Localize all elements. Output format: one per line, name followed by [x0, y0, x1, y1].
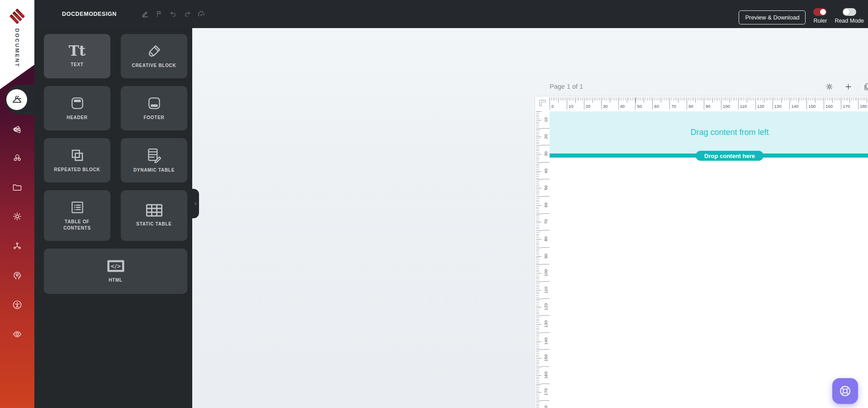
- gear-icon: [12, 211, 23, 222]
- read-mode-toggle[interactable]: [843, 8, 856, 16]
- head-bulb-icon: [12, 270, 23, 281]
- h-ruler-number: 60: [652, 103, 669, 110]
- ruler-toggle-group: Ruler: [813, 8, 827, 24]
- toc-icon: [70, 200, 85, 215]
- h-ruler-number: 30: [601, 103, 618, 110]
- chevron-left-icon: [193, 201, 199, 206]
- v-ruler-number: 90: [541, 248, 550, 265]
- v-ruler-number: 170: [541, 384, 550, 401]
- canvas-area: Page 1 of 1 0102030405060708090100110120…: [192, 28, 868, 408]
- h-ruler-number: 50: [635, 103, 652, 110]
- help-fab-button[interactable]: [832, 378, 858, 404]
- v-ruler-numbers: 1020304050607080901001101201301401501601…: [541, 111, 550, 408]
- sidebar-item-smart-content[interactable]: [12, 270, 23, 281]
- palette-card-table-of-contents[interactable]: TABLE OF CONTENTS: [44, 190, 110, 241]
- drag-hint-text: Drag content from left: [690, 128, 768, 137]
- v-ruler-number: 130: [541, 316, 550, 333]
- app-logo-icon[interactable]: [9, 8, 26, 25]
- ruler-toggle-label: Ruler: [813, 18, 827, 24]
- document-title: DOCDEMODESIGN: [62, 11, 117, 17]
- v-ruler-number: 160: [541, 367, 550, 384]
- h-ruler-number: 110: [738, 103, 755, 110]
- v-ruler-major-ticks: [536, 111, 541, 408]
- sidebar-item-styles[interactable]: [12, 123, 23, 134]
- h-ruler-number: 150: [806, 103, 824, 110]
- palette-card-footer[interactable]: FOOTER: [121, 86, 187, 130]
- document-page[interactable]: Drag content from left Drop content here: [550, 110, 868, 408]
- ruler-toggle[interactable]: [813, 8, 827, 16]
- swatches-icon: [12, 123, 23, 134]
- h-ruler-number: 90: [704, 103, 721, 110]
- page-toolbar: [825, 82, 868, 91]
- edit-title-icon[interactable]: [141, 10, 149, 18]
- palette-card-label: FOOTER: [144, 115, 165, 121]
- v-ruler-number: 100: [541, 264, 550, 282]
- v-ruler-number: 180: [541, 401, 550, 408]
- h-ruler-number: 160: [824, 103, 841, 110]
- palette-card-label: HTML: [109, 277, 123, 284]
- text-tt-icon: Tt: [69, 44, 85, 58]
- h-ruler-numbers: 0102030405060708090100110120130140150160…: [550, 103, 868, 110]
- accessibility-icon: [12, 299, 23, 310]
- palette-card-html[interactable]: HTML: [44, 249, 187, 294]
- palette-card-label: TABLE OF CONTENTS: [51, 219, 104, 232]
- header-block-icon: [70, 96, 85, 111]
- preview-download-button[interactable]: Preview & Download: [739, 10, 806, 24]
- design-icon: [11, 94, 23, 106]
- toggle-knob: [820, 9, 826, 15]
- sidebar-item-integrations[interactable]: [12, 240, 23, 251]
- sidebar-item-data-model[interactable]: [12, 152, 23, 163]
- undo-icon[interactable]: [169, 10, 177, 18]
- vertical-ruler: 1020304050607080901001101201301401501601…: [535, 110, 550, 408]
- v-ruler-number: 70: [541, 214, 550, 231]
- page-indicator: Page 1 of 1: [550, 83, 583, 90]
- palette-card-static-table[interactable]: STATIC TABLE: [121, 190, 187, 241]
- palette-card-repeated-block[interactable]: REPEATED BLOCK: [44, 138, 110, 182]
- v-ruler-number: 10: [541, 111, 550, 129]
- h-ruler-number: 0: [550, 103, 567, 110]
- h-ruler-number: 100: [721, 103, 738, 110]
- drop-zone[interactable]: Drag content from left: [550, 111, 868, 154]
- h-ruler-number: 180: [858, 103, 868, 110]
- sidebar-item-preview[interactable]: [12, 329, 23, 340]
- h-ruler-major-ticks: [550, 97, 868, 103]
- v-ruler-number: 110: [541, 282, 550, 299]
- drop-here-badge: Drop content here: [696, 151, 764, 161]
- v-ruler-number: 60: [541, 197, 550, 214]
- horizontal-ruler: 0102030405060708090100110120130140150160…: [535, 96, 868, 110]
- molecule-icon: [12, 152, 23, 163]
- cloud-save-icon[interactable]: [197, 10, 205, 18]
- h-ruler-number: 170: [841, 103, 858, 110]
- page-settings-icon[interactable]: [825, 82, 834, 91]
- collapse-panel-button[interactable]: [192, 189, 199, 218]
- top-bar-right: Preview & Download Ruler Read Mode: [739, 4, 864, 24]
- html-icon: [106, 259, 125, 274]
- version-flag-icon[interactable]: [155, 10, 163, 18]
- sidebar-item-accessibility[interactable]: [12, 299, 23, 310]
- palette-card-label: HEADER: [66, 115, 87, 121]
- static-table-icon: [145, 203, 163, 217]
- redo-icon[interactable]: [183, 10, 191, 18]
- module-rail: DOCUMENT: [0, 0, 34, 408]
- h-ruler-number: 70: [669, 103, 687, 110]
- add-page-icon[interactable]: [844, 82, 853, 91]
- palette-card-header[interactable]: HEADER: [44, 86, 110, 130]
- palette-card-text[interactable]: TtTEXT: [44, 34, 110, 78]
- lifebuoy-icon: [838, 384, 852, 398]
- duplicate-page-icon[interactable]: [863, 82, 868, 91]
- palette-card-label: DYNAMIC TABLE: [133, 167, 175, 174]
- sidebar-item-settings[interactable]: [12, 211, 23, 222]
- footer-block-icon: [147, 96, 162, 111]
- top-bar-actions: [141, 10, 205, 18]
- palette-card-dynamic-table[interactable]: DYNAMIC TABLE: [121, 138, 187, 182]
- v-ruler-number: 40: [541, 163, 550, 180]
- palette-card-label: STATIC TABLE: [136, 221, 171, 228]
- sidebar-item-files[interactable]: [12, 182, 23, 192]
- block-palette-panel: TtTEXTCREATIVE BLOCKHEADERFOOTERREPEATED…: [34, 28, 192, 408]
- palette-card-label: REPEATED BLOCK: [54, 167, 100, 173]
- palette-card-creative-block[interactable]: CREATIVE BLOCK: [121, 34, 187, 78]
- sidebar-item-document-design[interactable]: [6, 89, 27, 110]
- palette-card-label: CREATIVE BLOCK: [132, 62, 176, 69]
- dynamic-table-icon: [146, 147, 162, 163]
- palette-card-label: TEXT: [71, 62, 83, 68]
